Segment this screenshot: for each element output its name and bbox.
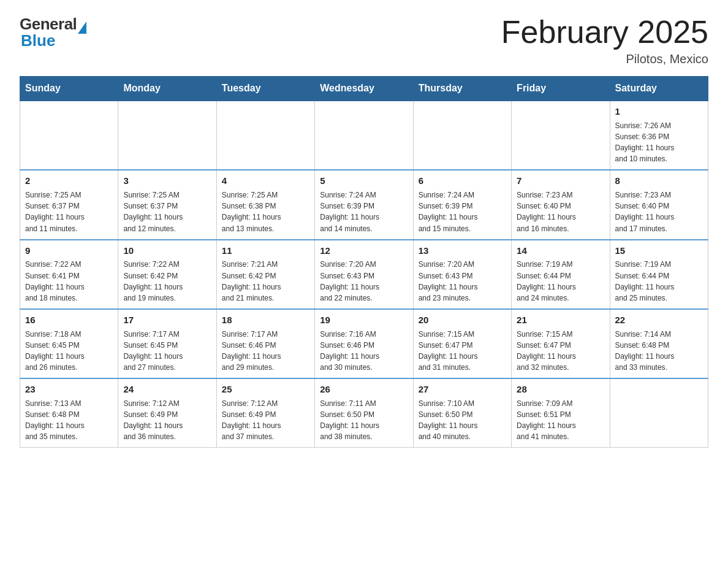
calendar-cell: 8Sunrise: 7:23 AM Sunset: 6:40 PM Daylig… [610,170,708,239]
calendar-cell: 5Sunrise: 7:24 AM Sunset: 6:39 PM Daylig… [315,170,413,239]
calendar-cell: 13Sunrise: 7:20 AM Sunset: 6:43 PM Dayli… [413,240,511,309]
calendar-cell [118,101,216,170]
day-detail: Sunrise: 7:10 AM Sunset: 6:50 PM Dayligh… [419,399,478,441]
weekday-header-sunday: Sunday [20,77,118,101]
day-number: 5 [320,174,408,188]
calendar-cell: 19Sunrise: 7:16 AM Sunset: 6:46 PM Dayli… [315,309,413,378]
calendar-cell: 22Sunrise: 7:14 AM Sunset: 6:48 PM Dayli… [610,309,708,378]
calendar-cell: 28Sunrise: 7:09 AM Sunset: 6:51 PM Dayli… [512,378,610,448]
calendar-cell [610,378,708,448]
calendar-cell: 2Sunrise: 7:25 AM Sunset: 6:37 PM Daylig… [20,170,118,239]
page-subtitle: Pilotos, Mexico [501,52,708,66]
day-detail: Sunrise: 7:23 AM Sunset: 6:40 PM Dayligh… [615,191,675,232]
calendar-week-row: 16Sunrise: 7:18 AM Sunset: 6:45 PM Dayli… [20,309,708,378]
day-number: 25 [222,383,309,396]
day-detail: Sunrise: 7:22 AM Sunset: 6:41 PM Dayligh… [25,260,85,302]
day-number: 8 [615,174,703,188]
day-detail: Sunrise: 7:22 AM Sunset: 6:42 PM Dayligh… [123,260,183,302]
day-number: 19 [320,313,408,327]
logo-triangle-icon [78,21,86,34]
day-detail: Sunrise: 7:17 AM Sunset: 6:45 PM Dayligh… [123,330,183,372]
calendar-cell: 3Sunrise: 7:25 AM Sunset: 6:37 PM Daylig… [118,170,216,239]
weekday-header-monday: Monday [118,77,216,101]
calendar-cell: 7Sunrise: 7:23 AM Sunset: 6:40 PM Daylig… [512,170,610,239]
calendar-cell: 14Sunrise: 7:19 AM Sunset: 6:44 PM Dayli… [512,240,610,309]
day-number: 1 [615,105,703,118]
day-detail: Sunrise: 7:26 AM Sunset: 6:36 PM Dayligh… [615,121,675,163]
calendar-cell: 6Sunrise: 7:24 AM Sunset: 6:39 PM Daylig… [413,170,511,239]
day-number: 27 [419,383,506,396]
day-number: 28 [517,383,604,396]
day-number: 15 [615,244,703,258]
calendar-week-row: 2Sunrise: 7:25 AM Sunset: 6:37 PM Daylig… [20,170,708,239]
calendar-cell: 10Sunrise: 7:22 AM Sunset: 6:42 PM Dayli… [118,240,216,309]
day-number: 7 [517,174,604,188]
calendar-cell: 9Sunrise: 7:22 AM Sunset: 6:41 PM Daylig… [20,240,118,309]
day-number: 4 [222,174,309,188]
calendar-cell: 16Sunrise: 7:18 AM Sunset: 6:45 PM Dayli… [20,309,118,378]
weekday-header-tuesday: Tuesday [216,77,314,101]
day-detail: Sunrise: 7:15 AM Sunset: 6:47 PM Dayligh… [517,330,576,372]
calendar-cell: 18Sunrise: 7:17 AM Sunset: 6:46 PM Dayli… [216,309,314,378]
day-detail: Sunrise: 7:20 AM Sunset: 6:43 PM Dayligh… [419,260,478,302]
day-detail: Sunrise: 7:16 AM Sunset: 6:46 PM Dayligh… [320,330,379,372]
day-detail: Sunrise: 7:15 AM Sunset: 6:47 PM Dayligh… [419,330,478,372]
calendar-cell [20,101,118,170]
calendar-header-row: SundayMondayTuesdayWednesdayThursdayFrid… [20,77,708,101]
calendar-table: SundayMondayTuesdayWednesdayThursdayFrid… [20,76,708,448]
day-number: 18 [222,313,309,327]
day-detail: Sunrise: 7:25 AM Sunset: 6:38 PM Dayligh… [222,191,281,232]
day-number: 6 [419,174,506,188]
day-number: 9 [25,244,113,258]
day-detail: Sunrise: 7:12 AM Sunset: 6:49 PM Dayligh… [222,399,281,441]
day-number: 12 [320,244,408,258]
day-number: 20 [419,313,506,327]
calendar-cell [315,101,413,170]
day-detail: Sunrise: 7:13 AM Sunset: 6:48 PM Dayligh… [25,399,85,441]
day-detail: Sunrise: 7:20 AM Sunset: 6:43 PM Dayligh… [320,260,379,302]
page-header: General Blue February 2025 Pilotos, Mexi… [20,15,708,66]
calendar-cell [512,101,610,170]
day-detail: Sunrise: 7:23 AM Sunset: 6:40 PM Dayligh… [517,191,576,232]
day-number: 11 [222,244,309,258]
day-detail: Sunrise: 7:25 AM Sunset: 6:37 PM Dayligh… [123,191,183,232]
day-detail: Sunrise: 7:11 AM Sunset: 6:50 PM Dayligh… [320,399,379,441]
calendar-cell: 24Sunrise: 7:12 AM Sunset: 6:49 PM Dayli… [118,378,216,448]
day-detail: Sunrise: 7:24 AM Sunset: 6:39 PM Dayligh… [320,191,379,232]
calendar-cell: 20Sunrise: 7:15 AM Sunset: 6:47 PM Dayli… [413,309,511,378]
day-detail: Sunrise: 7:14 AM Sunset: 6:48 PM Dayligh… [615,330,675,372]
day-number: 2 [25,174,113,188]
calendar-week-row: 23Sunrise: 7:13 AM Sunset: 6:48 PM Dayli… [20,378,708,448]
calendar-week-row: 9Sunrise: 7:22 AM Sunset: 6:41 PM Daylig… [20,240,708,309]
calendar-cell: 11Sunrise: 7:21 AM Sunset: 6:42 PM Dayli… [216,240,314,309]
logo: General Blue [20,15,86,50]
weekday-header-friday: Friday [512,77,610,101]
calendar-cell: 12Sunrise: 7:20 AM Sunset: 6:43 PM Dayli… [315,240,413,309]
calendar-cell: 26Sunrise: 7:11 AM Sunset: 6:50 PM Dayli… [315,378,413,448]
day-detail: Sunrise: 7:24 AM Sunset: 6:39 PM Dayligh… [419,191,478,232]
day-detail: Sunrise: 7:19 AM Sunset: 6:44 PM Dayligh… [517,260,576,302]
day-detail: Sunrise: 7:25 AM Sunset: 6:37 PM Dayligh… [25,191,85,232]
day-number: 13 [419,244,506,258]
day-detail: Sunrise: 7:19 AM Sunset: 6:44 PM Dayligh… [615,260,675,302]
logo-blue-text: Blue [21,31,55,50]
day-number: 14 [517,244,604,258]
calendar-cell: 15Sunrise: 7:19 AM Sunset: 6:44 PM Dayli… [610,240,708,309]
day-number: 23 [25,383,113,396]
calendar-cell: 17Sunrise: 7:17 AM Sunset: 6:45 PM Dayli… [118,309,216,378]
weekday-header-wednesday: Wednesday [315,77,413,101]
day-detail: Sunrise: 7:09 AM Sunset: 6:51 PM Dayligh… [517,399,576,441]
calendar-cell: 21Sunrise: 7:15 AM Sunset: 6:47 PM Dayli… [512,309,610,378]
day-number: 24 [123,383,211,396]
title-block: February 2025 Pilotos, Mexico [501,15,708,66]
calendar-cell: 25Sunrise: 7:12 AM Sunset: 6:49 PM Dayli… [216,378,314,448]
calendar-cell: 1Sunrise: 7:26 AM Sunset: 6:36 PM Daylig… [610,101,708,170]
day-number: 26 [320,383,408,396]
calendar-cell: 23Sunrise: 7:13 AM Sunset: 6:48 PM Dayli… [20,378,118,448]
weekday-header-saturday: Saturday [610,77,708,101]
day-detail: Sunrise: 7:18 AM Sunset: 6:45 PM Dayligh… [25,330,85,372]
day-number: 10 [123,244,211,258]
day-number: 3 [123,174,211,188]
calendar-cell: 27Sunrise: 7:10 AM Sunset: 6:50 PM Dayli… [413,378,511,448]
day-number: 16 [25,313,113,327]
